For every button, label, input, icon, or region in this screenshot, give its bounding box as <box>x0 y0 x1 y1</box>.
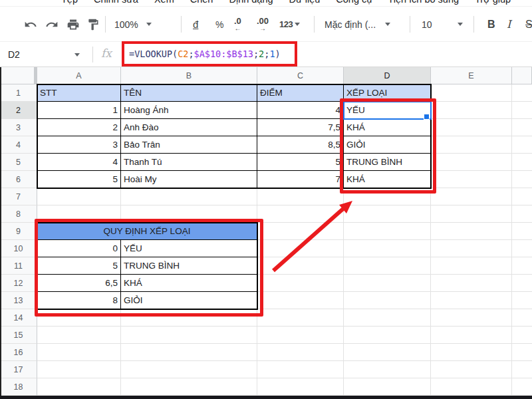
cell-C14[interactable] <box>257 309 344 327</box>
cell-E11[interactable] <box>431 257 512 275</box>
cell-A2[interactable]: 1 <box>37 102 121 119</box>
cell-A3[interactable]: 2 <box>37 119 121 136</box>
cell-C3[interactable]: 7,5 <box>257 119 344 136</box>
cell-D7[interactable] <box>344 188 431 205</box>
cell-partial-18[interactable] <box>512 378 532 396</box>
cell-C8[interactable] <box>257 205 344 223</box>
cell-B16[interactable] <box>121 344 257 361</box>
cell-A10[interactable]: 0 <box>37 240 121 257</box>
cell-D6[interactable]: KHÁ <box>344 171 431 188</box>
cell-B4[interactable]: Bảo Trân <box>121 136 257 154</box>
cell-C17[interactable] <box>257 361 344 378</box>
cell-A9-merged-title[interactable]: QUY ĐỊNH XẾP LOẠI <box>37 223 257 240</box>
row-header-6[interactable]: 6 <box>0 171 37 188</box>
cell-B12[interactable]: KHÁ <box>121 275 257 292</box>
column-header-partial[interactable] <box>512 67 532 84</box>
row-header-8[interactable]: 8 <box>0 205 37 223</box>
cell-B18[interactable] <box>121 378 257 396</box>
row-header-1[interactable]: 1 <box>0 84 37 102</box>
cell-partial-11[interactable] <box>512 257 532 275</box>
cell-partial-14[interactable] <box>512 309 532 327</box>
cell-E6[interactable] <box>431 171 512 188</box>
cell-partial-3[interactable] <box>512 119 532 136</box>
cell-A17[interactable] <box>37 361 121 378</box>
select-all-corner[interactable] <box>0 67 37 84</box>
menu-item-8[interactable]: Tiện ích bổ sung <box>388 0 459 6</box>
cell-D13[interactable] <box>344 292 431 309</box>
column-header-A[interactable]: A <box>37 67 121 84</box>
row-header-18[interactable]: 18 <box>0 378 37 396</box>
cell-E4[interactable] <box>431 136 512 154</box>
cell-C6[interactable]: 7 <box>257 171 344 188</box>
undo-button[interactable] <box>24 7 37 42</box>
cell-B5[interactable]: Thanh Tú <box>121 154 257 171</box>
cell-A6[interactable]: 5 <box>37 171 121 188</box>
cell-E7[interactable] <box>431 188 512 205</box>
cell-partial-4[interactable] <box>512 136 532 154</box>
cell-partial-17[interactable] <box>512 361 532 378</box>
cell-D4[interactable]: GIỎI <box>344 136 431 154</box>
menu-item-5[interactable]: Định dạng <box>229 0 273 6</box>
row-header-17[interactable]: 17 <box>0 361 37 378</box>
cell-partial-9[interactable] <box>512 223 532 240</box>
cell-B10[interactable]: YẾU <box>121 240 257 257</box>
cell-A5[interactable]: 4 <box>37 154 121 171</box>
cell-A18[interactable] <box>37 378 121 396</box>
cell-C13[interactable] <box>257 292 344 309</box>
cell-B8[interactable] <box>121 205 257 223</box>
cell-C9[interactable] <box>257 223 344 240</box>
cell-partial-6[interactable] <box>512 171 532 188</box>
row-header-2[interactable]: 2 <box>0 102 37 119</box>
font-size-select[interactable]: 10 <box>422 7 463 42</box>
cell-C4[interactable]: 8,5 <box>257 136 344 154</box>
increase-decimal-button[interactable]: .00 → <box>257 7 269 42</box>
cell-partial-16[interactable] <box>512 344 532 361</box>
row-header-10[interactable]: 10 <box>0 240 37 257</box>
percent-format-button[interactable]: % <box>215 7 223 42</box>
cell-D2[interactable]: YẾU <box>344 102 431 119</box>
cell-C15[interactable] <box>257 327 344 344</box>
menu-item-9[interactable]: Trợ giúp <box>475 0 511 6</box>
cell-E8[interactable] <box>431 205 512 223</box>
cell-C1[interactable]: ĐIỂM <box>257 84 344 102</box>
cell-E9[interactable] <box>431 223 512 240</box>
cell-E13[interactable] <box>431 292 512 309</box>
name-box[interactable]: D2 <box>0 42 88 66</box>
row-header-11[interactable]: 11 <box>0 257 37 275</box>
cell-partial-12[interactable] <box>512 275 532 292</box>
cell-D8[interactable] <box>344 205 431 223</box>
cell-D12[interactable] <box>344 275 431 292</box>
cell-A4[interactable]: 3 <box>37 136 121 154</box>
cell-E15[interactable] <box>431 327 512 344</box>
cell-D14[interactable] <box>344 309 431 327</box>
redo-button[interactable] <box>45 7 59 42</box>
menu-item-2[interactable]: Chỉnh sửa <box>94 0 138 6</box>
cell-A1[interactable]: STT <box>37 84 121 102</box>
row-header-3[interactable]: 3 <box>0 119 37 136</box>
cell-D1[interactable]: XẾP LOẠI <box>344 84 431 102</box>
cell-D9[interactable] <box>344 223 431 240</box>
decrease-decimal-button[interactable]: .0 ← <box>234 7 241 42</box>
row-header-5[interactable]: 5 <box>0 154 37 171</box>
cell-A7[interactable] <box>37 188 121 205</box>
italic-button[interactable]: I <box>507 7 511 42</box>
row-header-9[interactable]: 9 <box>0 223 37 240</box>
cell-D3[interactable]: KHÁ <box>344 119 431 136</box>
cell-E3[interactable] <box>431 119 512 136</box>
cell-E1[interactable] <box>431 84 512 102</box>
cell-B7[interactable] <box>121 188 257 205</box>
cell-A14[interactable] <box>37 309 121 327</box>
cell-E12[interactable] <box>431 275 512 292</box>
cell-E16[interactable] <box>431 344 512 361</box>
currency-format-button[interactable]: đ <box>193 7 198 42</box>
cell-E2[interactable] <box>431 102 512 119</box>
cell-D5[interactable]: TRUNG BÌNH <box>344 154 431 171</box>
column-header-D[interactable]: D <box>344 67 431 84</box>
cell-E18[interactable] <box>431 378 512 396</box>
cell-C18[interactable] <box>257 378 344 396</box>
fill-handle[interactable] <box>424 114 430 120</box>
cell-partial-2[interactable] <box>512 102 532 119</box>
row-header-4[interactable]: 4 <box>0 136 37 154</box>
cell-partial-7[interactable] <box>512 188 532 205</box>
cell-B6[interactable]: Hoài My <box>121 171 257 188</box>
